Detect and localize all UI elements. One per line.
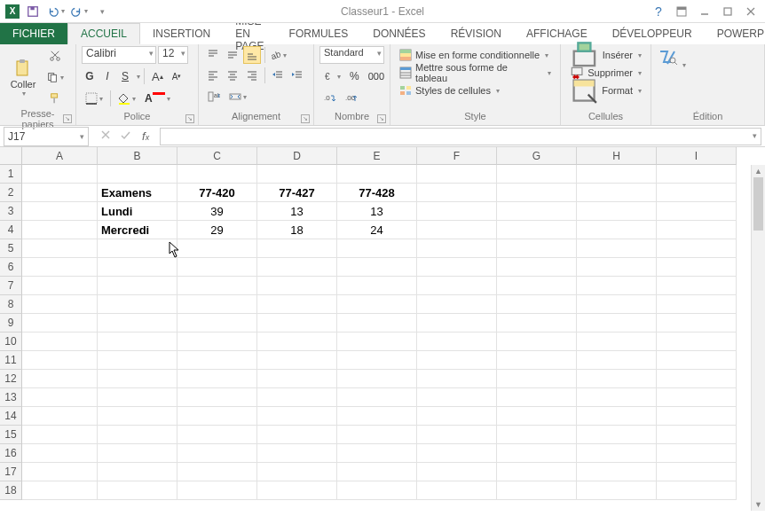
- currency-icon[interactable]: €▾: [319, 66, 344, 86]
- row-header[interactable]: 11: [0, 351, 22, 370]
- format-painter-icon[interactable]: [43, 89, 67, 108]
- cell-F11[interactable]: [417, 351, 497, 370]
- cell-I6[interactable]: [657, 258, 737, 277]
- cell-D14[interactable]: [257, 407, 337, 426]
- cell-B17[interactable]: [98, 463, 177, 481]
- cell-A14[interactable]: [22, 407, 98, 426]
- cell-C4[interactable]: 29: [177, 221, 257, 239]
- maximize-icon[interactable]: [717, 3, 738, 20]
- cell-I15[interactable]: [657, 426, 737, 444]
- increase-decimal-icon[interactable]: .0: [319, 89, 339, 108]
- row-header[interactable]: 6: [0, 258, 22, 277]
- scroll-up-icon[interactable]: ▲: [752, 165, 765, 177]
- cell-A8[interactable]: [22, 295, 98, 314]
- row-header[interactable]: 18: [0, 481, 22, 500]
- font-color-icon[interactable]: A▾: [141, 89, 174, 108]
- cell-A7[interactable]: [22, 277, 98, 295]
- cell-H8[interactable]: [577, 295, 657, 314]
- cell-styles-button[interactable]: Styles de cellules▾: [396, 82, 555, 99]
- row-header[interactable]: 13: [0, 388, 22, 407]
- ribbon-options-icon[interactable]: [671, 3, 692, 20]
- decrease-indent-icon[interactable]: [269, 66, 287, 84]
- cell-D5[interactable]: [257, 239, 337, 258]
- align-center-icon[interactable]: [224, 66, 241, 84]
- cell-I4[interactable]: [657, 221, 737, 239]
- row-header[interactable]: 5: [0, 239, 22, 258]
- editing-dropdown[interactable]: ▾: [682, 61, 686, 69]
- cell-E6[interactable]: [337, 258, 417, 277]
- cell-D13[interactable]: [257, 388, 337, 407]
- cell-H16[interactable]: [577, 444, 657, 463]
- cell-D17[interactable]: [257, 463, 337, 481]
- cell-E18[interactable]: [337, 481, 417, 500]
- row-header[interactable]: 4: [0, 221, 22, 239]
- cell-D6[interactable]: [257, 258, 337, 277]
- cell-I17[interactable]: [657, 463, 737, 481]
- tab-file[interactable]: FICHIER: [0, 23, 67, 44]
- cell-I18[interactable]: [657, 481, 737, 500]
- cell-H4[interactable]: [577, 221, 657, 239]
- borders-icon[interactable]: ▾: [82, 89, 106, 108]
- cell-A17[interactable]: [22, 463, 98, 481]
- cell-I8[interactable]: [657, 295, 737, 314]
- cell-F1[interactable]: [417, 165, 497, 184]
- cell-G15[interactable]: [497, 426, 577, 444]
- cell-H13[interactable]: [577, 388, 657, 407]
- cell-C14[interactable]: [177, 407, 257, 426]
- tab-powerpivot[interactable]: POWERPIVOT: [705, 23, 765, 44]
- cell-F7[interactable]: [417, 277, 497, 295]
- cell-G1[interactable]: [497, 165, 577, 184]
- col-header[interactable]: A: [22, 147, 98, 165]
- bold-button[interactable]: G: [82, 66, 98, 86]
- merge-center-icon[interactable]: ▾: [225, 87, 250, 106]
- cell-E1[interactable]: [337, 165, 417, 184]
- cell-C5[interactable]: [177, 239, 257, 258]
- cell-F9[interactable]: [417, 314, 497, 332]
- help-icon[interactable]: ?: [648, 3, 669, 20]
- cell-C12[interactable]: [177, 370, 257, 388]
- conditional-formatting-button[interactable]: Mise en forme conditionnelle▾: [396, 46, 555, 64]
- cell-B1[interactable]: [98, 165, 177, 184]
- find-select-icon[interactable]: [657, 58, 678, 70]
- cell-E16[interactable]: [337, 444, 417, 463]
- cell-E10[interactable]: [337, 332, 417, 351]
- increase-indent-icon[interactable]: [288, 66, 306, 84]
- align-right-icon[interactable]: [243, 66, 261, 84]
- cell-E12[interactable]: [337, 370, 417, 388]
- cell-D11[interactable]: [257, 351, 337, 370]
- cell-E15[interactable]: [337, 426, 417, 444]
- col-header[interactable]: H: [577, 147, 657, 165]
- cell-F4[interactable]: [417, 221, 497, 239]
- cell-H6[interactable]: [577, 258, 657, 277]
- cell-E4[interactable]: 24: [337, 221, 417, 239]
- cell-C18[interactable]: [177, 481, 257, 500]
- align-top-icon[interactable]: [204, 46, 222, 64]
- wrap-text-icon[interactable]: ab: [204, 87, 224, 106]
- cell-F17[interactable]: [417, 463, 497, 481]
- row-header[interactable]: 15: [0, 426, 22, 444]
- cell-H2[interactable]: [577, 184, 657, 202]
- cell-C13[interactable]: [177, 388, 257, 407]
- cell-E8[interactable]: [337, 295, 417, 314]
- cell-H9[interactable]: [577, 314, 657, 332]
- insert-button[interactable]: Insérer▾: [566, 46, 645, 64]
- tab-données[interactable]: DONNÉES: [360, 23, 438, 44]
- column-headers[interactable]: ABCDEFGHI: [22, 147, 765, 165]
- cell-A4[interactable]: [22, 221, 98, 239]
- cell-A11[interactable]: [22, 351, 98, 370]
- number-format-select[interactable]: Standard: [319, 46, 384, 64]
- cell-B14[interactable]: [98, 407, 177, 426]
- row-header[interactable]: 14: [0, 407, 22, 426]
- tab-révision[interactable]: RÉVISION: [438, 23, 514, 44]
- row-header[interactable]: 16: [0, 444, 22, 463]
- fill-color-icon[interactable]: ▾: [114, 89, 139, 108]
- percent-icon[interactable]: %: [346, 66, 363, 86]
- align-left-icon[interactable]: [204, 66, 222, 84]
- cell-G8[interactable]: [497, 295, 577, 314]
- format-button[interactable]: Format▾: [566, 82, 645, 99]
- cell-C17[interactable]: [177, 463, 257, 481]
- cell-B5[interactable]: [98, 239, 177, 258]
- cell-D1[interactable]: [257, 165, 337, 184]
- cell-B10[interactable]: [98, 332, 177, 351]
- cell-D3[interactable]: 13: [257, 202, 337, 221]
